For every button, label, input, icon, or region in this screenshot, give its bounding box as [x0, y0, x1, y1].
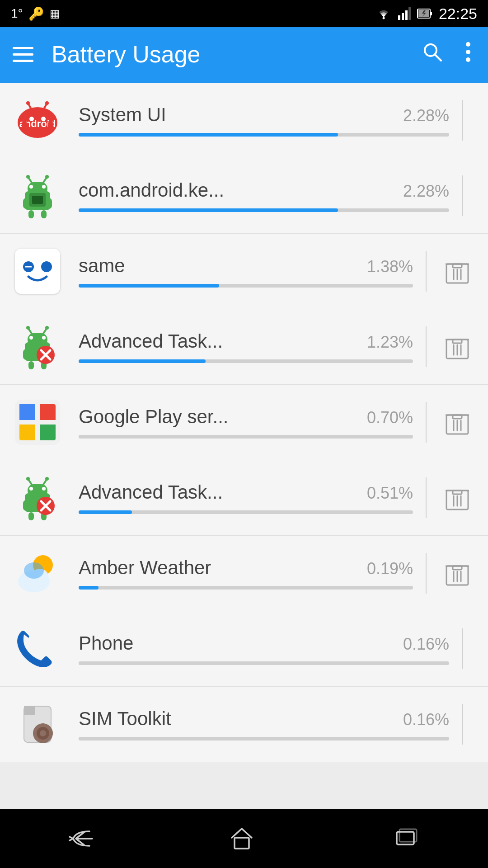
- progress-bar-fill: [79, 661, 97, 665]
- back-button[interactable]: [49, 819, 112, 859]
- svg-point-104: [24, 562, 44, 579]
- app-info: com.android.ke... 2.28%: [79, 179, 449, 212]
- svg-point-10: [466, 42, 470, 47]
- status-bar: 1° 🔑 ▦ 22:25: [0, 0, 488, 27]
- bottom-navigation: [0, 809, 488, 868]
- grid-icon: ▦: [50, 7, 60, 20]
- svg-point-57: [45, 326, 49, 330]
- app-icon-same: [13, 246, 62, 296]
- app-info: same 1.38%: [79, 255, 413, 288]
- svg-rect-69: [38, 404, 56, 422]
- app-name: same: [79, 255, 125, 277]
- svg-point-0: [382, 17, 385, 19]
- progress-bar-bg: [79, 133, 449, 137]
- svg-point-20: [45, 101, 49, 105]
- menu-button[interactable]: [13, 47, 33, 62]
- wifi-icon: [375, 7, 392, 20]
- page-title: Battery Usage: [52, 41, 404, 68]
- svg-rect-1: [398, 15, 400, 20]
- svg-rect-71: [38, 422, 56, 440]
- svg-point-21: [29, 117, 34, 121]
- app-info: SIM Toolkit 0.16%: [79, 708, 449, 741]
- app-info: System UI 2.28%: [79, 104, 449, 137]
- more-options-button[interactable]: [461, 37, 475, 72]
- app-percent: 0.16%: [403, 635, 449, 654]
- list-item[interactable]: Phone 0.16%: [0, 611, 488, 687]
- svg-rect-117: [42, 740, 44, 743]
- app-info: Advanced Task... 1.23%: [79, 330, 413, 363]
- progress-bar-fill: [79, 133, 338, 137]
- delete-button[interactable]: [439, 404, 475, 440]
- svg-rect-70: [19, 422, 38, 440]
- svg-rect-68: [19, 404, 38, 422]
- svg-point-89: [45, 477, 49, 481]
- divider: [426, 553, 427, 594]
- svg-rect-119: [49, 732, 53, 735]
- progress-bar-bg: [79, 284, 413, 288]
- svg-rect-28: [41, 210, 47, 218]
- svg-line-86: [28, 480, 32, 485]
- list-item[interactable]: Advanced Task... 1.23%: [0, 309, 488, 385]
- svg-rect-25: [23, 198, 29, 209]
- svg-rect-82: [28, 512, 34, 520]
- progress-bar-fill: [79, 359, 206, 363]
- progress-bar-fill: [79, 208, 338, 212]
- app-percent: 0.19%: [367, 559, 413, 578]
- svg-point-53: [42, 336, 46, 340]
- recents-button[interactable]: [371, 817, 439, 860]
- svg-rect-26: [46, 198, 52, 209]
- divider: [462, 628, 463, 669]
- delete-button[interactable]: [439, 480, 475, 516]
- app-name: com.android.ke...: [79, 179, 224, 201]
- list-item[interactable]: com.android.ke... 2.28%: [0, 158, 488, 234]
- home-button[interactable]: [210, 816, 273, 861]
- delete-button[interactable]: [439, 253, 475, 289]
- progress-bar-bg: [79, 359, 413, 363]
- list-item[interactable]: same 1.38%: [0, 234, 488, 309]
- progress-bar-bg: [79, 208, 449, 212]
- list-item[interactable]: Advanced Task... 0.51%: [0, 460, 488, 536]
- divider: [426, 251, 427, 292]
- svg-rect-118: [33, 732, 37, 735]
- svg-line-31: [28, 178, 32, 183]
- progress-bar-bg: [79, 661, 449, 665]
- divider: [462, 100, 463, 141]
- list-item[interactable]: SIM Toolkit 0.16%: [0, 687, 488, 762]
- app-name: System UI: [79, 104, 166, 126]
- app-icon-android-ke: [13, 171, 62, 221]
- list-item[interactable]: Amber Weather 0.19%: [0, 536, 488, 611]
- svg-point-34: [45, 175, 49, 179]
- app-name: Phone: [79, 632, 133, 654]
- delete-button[interactable]: [439, 329, 475, 365]
- app-icon-phone: [13, 624, 62, 674]
- list-item[interactable]: Google Play ser... 0.70%: [0, 385, 488, 460]
- app-info: Phone 0.16%: [79, 632, 449, 665]
- svg-rect-16: [48, 121, 53, 131]
- svg-point-38: [41, 261, 52, 272]
- battery-icon: [417, 9, 432, 19]
- svg-line-19: [44, 104, 47, 109]
- divider: [426, 326, 427, 367]
- svg-point-55: [26, 326, 30, 330]
- app-percent: 1.23%: [367, 333, 413, 352]
- app-percent: 1.38%: [367, 257, 413, 276]
- svg-rect-48: [23, 349, 29, 360]
- svg-point-12: [466, 57, 470, 62]
- list-item[interactable]: android System UI 2.28%: [0, 81, 488, 158]
- progress-bar-bg: [79, 737, 449, 741]
- svg-point-52: [29, 336, 33, 340]
- svg-rect-4: [408, 7, 411, 20]
- status-bar-left: 1° 🔑 ▦: [11, 6, 60, 21]
- app-icon-advanced-task-2: [13, 473, 62, 523]
- app-percent: 2.28%: [403, 106, 449, 125]
- svg-point-18: [26, 101, 30, 105]
- app-name: Advanced Task...: [79, 481, 223, 503]
- search-button[interactable]: [418, 37, 447, 72]
- app-bar: Battery Usage: [0, 27, 488, 81]
- svg-line-9: [435, 55, 441, 61]
- svg-rect-2: [402, 13, 404, 20]
- svg-rect-27: [28, 210, 34, 218]
- app-name: Advanced Task...: [79, 330, 223, 352]
- progress-bar-bg: [79, 586, 413, 590]
- delete-button[interactable]: [439, 555, 475, 591]
